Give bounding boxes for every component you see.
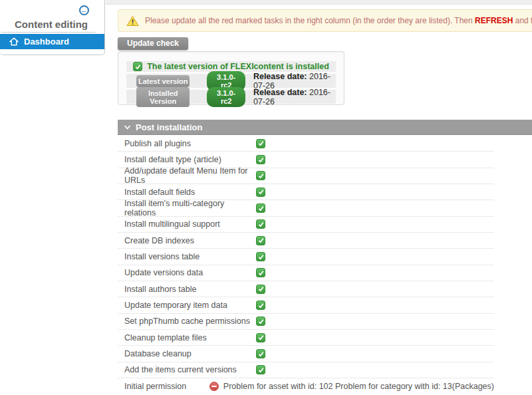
sidebar-item-dashboard[interactable]: Dashboard bbox=[0, 34, 104, 49]
sidebar: ← Content editing Dashboard bbox=[0, 0, 105, 55]
task-label: Install item's multi-category relations bbox=[118, 199, 256, 217]
check-icon bbox=[256, 252, 265, 261]
check-icon bbox=[256, 317, 265, 326]
check-icon bbox=[256, 268, 265, 277]
version-status-row: The latest version of FLEXIcontent is in… bbox=[126, 61, 336, 72]
task-row: Install default type (article) bbox=[118, 152, 494, 168]
update-check-button[interactable]: Update check bbox=[118, 37, 188, 50]
task-label: Install versions table bbox=[118, 252, 256, 261]
task-row: Create DB indexes bbox=[118, 233, 494, 249]
task-message: Problem for asset with id: 102 Problem f… bbox=[223, 382, 494, 391]
task-row: Install authors table bbox=[118, 281, 494, 297]
task-label: Update versions data bbox=[118, 268, 256, 277]
task-row: Install versions table bbox=[118, 249, 494, 265]
check-icon bbox=[256, 333, 265, 342]
task-row: Update versions data bbox=[118, 265, 494, 281]
task-row: Database cleanup bbox=[118, 346, 494, 362]
post-installation-header[interactable]: Post installation bbox=[118, 120, 532, 135]
task-label: Install authors table bbox=[118, 285, 256, 294]
version-panel: The latest version of FLEXIcontent is in… bbox=[118, 51, 344, 105]
check-icon bbox=[256, 171, 265, 180]
chevron-down-icon bbox=[124, 124, 131, 130]
task-row: Set phpThumb cache permissions bbox=[118, 314, 494, 330]
installed-version-row: Installed Version 3.1.0-rc2 Release date… bbox=[126, 90, 336, 104]
task-row: Publish all plugins bbox=[118, 136, 494, 152]
task-label: Update temporary item data bbox=[118, 301, 256, 310]
sidebar-divider bbox=[1, 32, 95, 33]
task-label: Cleanup template files bbox=[118, 333, 256, 342]
task-label: Add/update default Menu Item for URLs bbox=[118, 166, 256, 185]
task-label: Publish all plugins bbox=[118, 139, 256, 148]
check-icon bbox=[256, 285, 265, 294]
task-row: Install multilingual support bbox=[118, 217, 494, 233]
check-icon bbox=[256, 139, 265, 148]
warning-text: Please update all the red marked tasks i… bbox=[145, 16, 532, 25]
toolbar-strip bbox=[106, 0, 532, 5]
task-row: Add the items current versions bbox=[118, 362, 494, 378]
check-icon bbox=[133, 62, 142, 71]
home-icon bbox=[9, 37, 19, 46]
check-icon bbox=[256, 236, 265, 245]
check-icon bbox=[256, 188, 265, 197]
sidebar-title: Content editing bbox=[15, 19, 104, 30]
post-installation-title: Post installation bbox=[136, 122, 202, 132]
check-icon bbox=[256, 203, 265, 213]
task-row: Cleanup template files bbox=[118, 330, 494, 346]
version-status-text: The latest version of FLEXIcontent is in… bbox=[147, 62, 329, 71]
check-icon bbox=[256, 349, 265, 358]
warning-icon bbox=[126, 15, 139, 27]
task-label: Install multilingual support bbox=[118, 219, 256, 229]
post-installation-tasks: Publish all plugins Install default type… bbox=[118, 136, 494, 395]
check-icon bbox=[256, 301, 265, 310]
warning-highlight: REFRESH bbox=[475, 16, 513, 25]
task-label: Initial permission bbox=[118, 382, 209, 391]
task-label: Create DB indexes bbox=[118, 236, 256, 245]
task-row: Initial permission Problem for asset wit… bbox=[118, 378, 494, 394]
installed-release-date: Release date: 2016-07-26 bbox=[253, 88, 336, 106]
error-icon[interactable] bbox=[209, 382, 219, 391]
task-row: Install item's multi-category relations bbox=[118, 200, 494, 216]
task-label: Install default fields bbox=[118, 188, 256, 197]
task-label: Database cleanup bbox=[118, 349, 256, 358]
check-icon bbox=[256, 219, 265, 229]
installed-version-badge: Installed Version bbox=[136, 87, 190, 107]
task-row: Add/update default Menu Item for URLs bbox=[118, 168, 494, 184]
latest-version-row: Latest version 3.1.0-rc2 Release date: 2… bbox=[126, 74, 336, 88]
installed-version-number: 3.1.0-rc2 bbox=[207, 87, 245, 107]
task-label: Set phpThumb cache permissions bbox=[118, 317, 256, 326]
task-label: Add the items current versions bbox=[118, 365, 256, 374]
warning-alert: Please update all the red marked tasks i… bbox=[118, 9, 532, 32]
task-row: Install default fields bbox=[118, 184, 494, 200]
task-label: Install default type (article) bbox=[118, 155, 256, 164]
collapse-sidebar-icon[interactable]: ← bbox=[79, 5, 89, 15]
check-icon bbox=[256, 155, 265, 164]
check-icon bbox=[256, 365, 265, 374]
task-row: Update temporary item data bbox=[118, 297, 494, 313]
sidebar-item-label: Dashboard bbox=[24, 37, 69, 47]
latest-version-badge: Latest version bbox=[136, 75, 190, 87]
